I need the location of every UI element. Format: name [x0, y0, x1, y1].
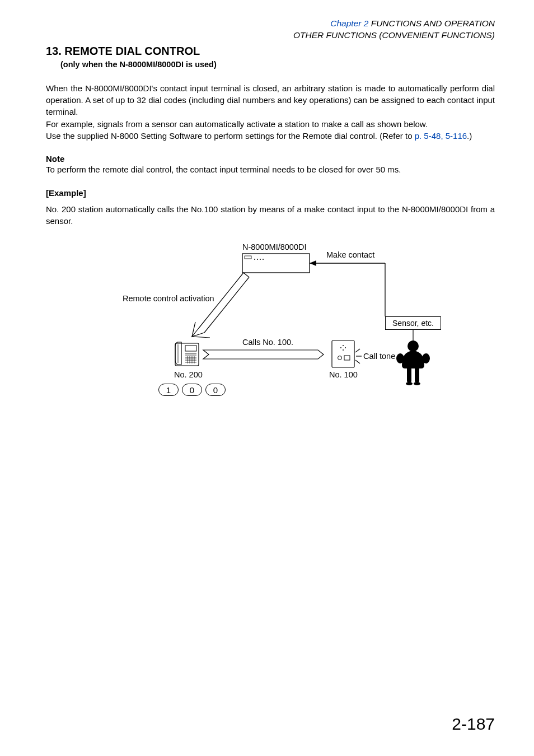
svg-point-30: [338, 356, 342, 360]
diagram-svg: [102, 242, 438, 422]
make-contact-label: Make contact: [326, 250, 374, 260]
example-text: No. 200 station automatically calls the …: [46, 203, 495, 227]
paragraph-3: Use the supplied N-8000 Setting Software…: [46, 130, 495, 142]
svg-point-26: [343, 345, 344, 346]
sensor-box: Sensor, etc.: [385, 316, 441, 330]
call-tone-marks: [355, 349, 362, 363]
svg-point-2: [254, 259, 255, 260]
svg-rect-1: [245, 256, 251, 259]
svg-point-27: [340, 347, 341, 348]
diagram: N-8000MI/8000DI Make contact Remote cont…: [102, 242, 438, 422]
svg-point-4: [260, 259, 261, 260]
device-label: N-8000MI/8000DI: [242, 242, 306, 252]
svg-point-28: [345, 347, 346, 348]
svg-point-3: [257, 259, 258, 260]
page-ref-link-1[interactable]: p. 5-48: [415, 131, 441, 141]
chapter-prefix: Chapter 2: [330, 18, 368, 28]
svg-rect-38: [407, 367, 411, 382]
remote-activation-label: Remote control activation: [123, 294, 214, 304]
svg-line-32: [355, 349, 360, 352]
svg-line-11: [243, 273, 249, 277]
example-heading: [Example]: [46, 188, 495, 198]
page-header: Chapter 2 FUNCTIONS AND OPERATION OTHER …: [46, 18, 495, 41]
make-contact-line: [310, 260, 385, 316]
p3-lead: Use the supplied N-8000 Setting Software…: [46, 131, 415, 141]
section-subtitle: (only when the N-8000MI/8000DI is used): [60, 60, 495, 69]
station-100-label: No. 100: [329, 370, 358, 380]
svg-rect-25: [332, 340, 354, 367]
link-comma: ,: [441, 131, 445, 141]
section-title: 13. REMOTE DIAL CONTROL: [46, 45, 495, 58]
p3-tail: .): [467, 131, 472, 141]
call-tone-label: Call tone: [363, 352, 395, 361]
station-100-icon: [332, 340, 354, 367]
svg-point-40: [406, 382, 413, 385]
dial-key-2: 0: [182, 384, 202, 396]
svg-line-34: [355, 360, 360, 363]
paragraph-2: For example, signals from a sensor can a…: [46, 118, 495, 130]
body-text: When the N-8000MI/8000DI's contact input…: [46, 82, 495, 142]
station-200-icon: [175, 342, 199, 366]
page: Chapter 2 FUNCTIONS AND OPERATION OTHER …: [0, 0, 534, 756]
dial-key-3: 0: [205, 384, 226, 396]
dial-sequence: 1 0 0: [158, 384, 226, 396]
svg-rect-31: [344, 356, 350, 360]
svg-marker-7: [310, 260, 316, 266]
dial-key-1: 1: [158, 384, 179, 396]
paragraph-1: When the N-8000MI/8000DI's contact input…: [46, 82, 495, 118]
note-text: To perform the remote dial control, the …: [46, 164, 495, 175]
page-ref-link-2[interactable]: 5-116: [446, 131, 467, 141]
station-200-label: No. 200: [174, 370, 203, 380]
activation-arrow: [192, 273, 249, 338]
svg-point-37: [422, 353, 430, 363]
svg-point-35: [407, 340, 419, 352]
svg-point-36: [396, 353, 404, 363]
page-number: 2-187: [452, 715, 495, 734]
svg-rect-13: [185, 346, 196, 351]
calls-label: Calls No. 100.: [242, 338, 293, 347]
note-heading: Note: [46, 154, 495, 164]
header-line2: OTHER FUNCTIONS (CONVENIENT FUNCTIONS): [46, 30, 495, 41]
svg-rect-0: [242, 254, 310, 273]
person-icon: [396, 340, 430, 385]
chapter-title: FUNCTIONS AND OPERATION: [368, 18, 495, 28]
svg-line-10: [204, 277, 249, 333]
svg-point-29: [343, 349, 344, 351]
calls-arrow: [203, 350, 324, 359]
svg-rect-39: [415, 367, 419, 382]
header-line1: Chapter 2 FUNCTIONS AND OPERATION: [46, 18, 495, 30]
device-icon: [242, 254, 310, 273]
svg-point-5: [263, 259, 264, 260]
svg-point-41: [414, 382, 420, 385]
